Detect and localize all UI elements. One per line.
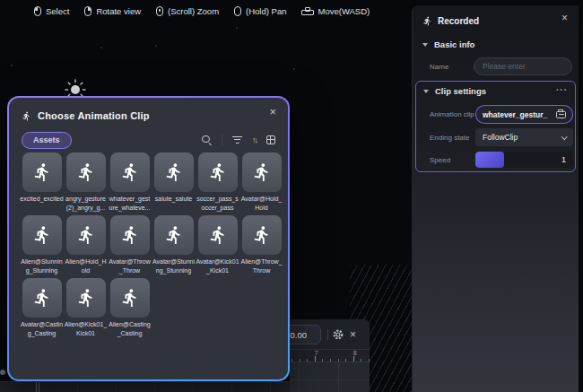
- animation-clip-item[interactable]: angry_gesture(2)_angry_g...: [64, 152, 108, 215]
- clip-thumbnail: [110, 215, 150, 255]
- clip-name: Alien@Throw_Throw: [239, 257, 283, 275]
- timeline-ruler[interactable]: 7 8: [290, 350, 370, 362]
- clip-name: Avatar@Kick01_Kick01: [196, 257, 239, 275]
- animation-clip-item[interactable]: Alien@Stunning_Stunning: [20, 215, 64, 278]
- animation-clip-item[interactable]: Alien@Casting_Casting: [108, 278, 152, 341]
- animation-clip-field[interactable]: [475, 105, 573, 124]
- name-input[interactable]: [474, 57, 572, 75]
- clip-thumbnail: [22, 278, 62, 318]
- mouse-plain-icon: [234, 6, 241, 16]
- ruler-tick: [330, 359, 331, 362]
- animation-clip-item[interactable]: Alien@Hold_Hold: [64, 215, 108, 278]
- mouse-left-icon: [34, 6, 41, 16]
- ending-state-label: Ending state: [430, 134, 469, 142]
- animation-clip-item[interactable]: Avatar@Casting_Casting: [20, 278, 64, 341]
- ruler-tick: [338, 359, 339, 362]
- viewport-tool[interactable]: (Hold) Pan: [234, 6, 286, 16]
- timeline-panel: × 7 8: [290, 319, 370, 392]
- viewport-tool-label: Rotate view: [96, 6, 141, 16]
- clip-settings-section-header[interactable]: Clip settings: [423, 86, 486, 96]
- grid-view-icon[interactable]: [266, 135, 275, 144]
- timeline-close-icon[interactable]: ×: [350, 327, 356, 342]
- divider: [222, 135, 222, 145]
- clip-thumbnail: [22, 215, 62, 255]
- clip-name: salute_salute: [152, 195, 196, 204]
- ending-state-value: FollowClip: [483, 133, 518, 142]
- viewport-speck: [155, 45, 157, 47]
- light-gizmo-icon[interactable]: [64, 78, 87, 98]
- animation-icon: [422, 16, 432, 26]
- timeline-toolbar: ×: [290, 319, 370, 350]
- clip-thumbnail: [242, 215, 282, 255]
- inspector-title: Recorded: [438, 16, 479, 26]
- basic-info-section-header[interactable]: Basic info: [422, 39, 474, 49]
- clip-thumbnail: [110, 278, 150, 318]
- mouse-scroll-icon: [156, 6, 163, 16]
- filter-icon[interactable]: [232, 136, 242, 144]
- speed-slider[interactable]: 1: [475, 152, 573, 168]
- more-options-icon[interactable]: ···: [556, 85, 568, 95]
- time-input[interactable]: [290, 325, 321, 344]
- timeline-strip[interactable]: [0, 381, 290, 392]
- inspector-close-icon[interactable]: ×: [561, 12, 568, 24]
- clip-name: Avatar@Throw_Throw: [108, 257, 152, 275]
- assets-tab[interactable]: Assets: [22, 132, 72, 149]
- speed-slider-fill[interactable]: [475, 152, 504, 168]
- clip-name: excited_excited: [20, 195, 64, 204]
- animation-clip-item[interactable]: Avatar@Throw_Throw: [108, 215, 152, 278]
- animation-clip-item[interactable]: whatever_gesture_whateve...: [108, 152, 152, 215]
- clip-name: Alien@Casting_Casting: [108, 320, 152, 338]
- browse-folder-icon[interactable]: [556, 111, 566, 118]
- viewport-speck: [236, 27, 238, 29]
- dialog-close-icon[interactable]: ×: [269, 106, 276, 118]
- runner-icon: [164, 225, 184, 245]
- viewport-tool[interactable]: Rotate view: [84, 6, 141, 16]
- animation-clip-input[interactable]: [483, 110, 556, 119]
- animation-clip-item[interactable]: Avatar@Hold_Hold: [239, 152, 283, 215]
- clip-thumbnail: [66, 215, 106, 255]
- dialog-title: Choose Animation Clip: [38, 110, 150, 121]
- speed-value: 1: [561, 155, 573, 164]
- viewport-tool[interactable]: Move(WASD): [301, 6, 370, 16]
- ruler-tick: [307, 359, 308, 362]
- clip-thumbnail: [154, 152, 194, 192]
- clip-thumbnail: [154, 215, 194, 255]
- runner-icon: [252, 225, 272, 245]
- runner-icon: [120, 162, 140, 182]
- timeline-tracks[interactable]: [290, 362, 370, 392]
- search-icon[interactable]: [202, 135, 212, 145]
- chevron-down-icon[interactable]: [423, 90, 429, 93]
- animation-clip-item[interactable]: salute_salute: [152, 152, 196, 215]
- viewport-speck: [293, 68, 295, 70]
- animation-icon: [22, 111, 31, 121]
- clip-grid: excited_excited angry_gesture(2)_angry_g…: [20, 152, 285, 341]
- chevron-down-icon[interactable]: [422, 43, 428, 47]
- sort-icon[interactable]: [252, 135, 257, 144]
- animation-clip-item[interactable]: soccer_pass_soccer_pass: [196, 152, 239, 215]
- gear-icon[interactable]: [332, 328, 344, 341]
- runner-icon: [32, 288, 52, 308]
- chevron-down-icon: [561, 134, 568, 140]
- clip-thumbnail: [66, 152, 106, 192]
- clip-name: angry_gesture(2)_angry_g...: [64, 195, 108, 213]
- animation-clip-item[interactable]: Avatar@Stunning_Stunning: [152, 215, 196, 278]
- viewport-tool[interactable]: Select: [34, 6, 69, 16]
- animation-clip-item[interactable]: Avatar@Kick01_Kick01: [196, 215, 239, 278]
- animation-clip-item[interactable]: excited_excited: [20, 152, 64, 215]
- ruler-tick: [345, 359, 346, 362]
- clip-settings-section: Clip settings ··· Animation clip Ending …: [415, 81, 576, 172]
- runner-icon: [120, 225, 140, 245]
- animation-clip-item[interactable]: Alien@Throw_Throw: [239, 215, 283, 278]
- runner-icon: [120, 288, 140, 308]
- playhead[interactable]: [36, 382, 39, 392]
- ending-state-select[interactable]: FollowClip: [475, 128, 573, 146]
- animation-clip-item[interactable]: Alien@Kick01_Kick01: [64, 278, 108, 341]
- clip-name: Alien@Hold_Hold: [64, 257, 108, 275]
- dialog-toolbar: Assets: [9, 128, 288, 152]
- keyboard-icon: [301, 7, 313, 15]
- timeline-handle[interactable]: [0, 370, 5, 375]
- viewport-tool-label: (Hold) Pan: [246, 6, 286, 16]
- viewport-tool[interactable]: (Scroll) Zoom: [156, 6, 219, 16]
- section-title: Clip settings: [435, 86, 486, 96]
- editor-screen: Select Rotate view (Scroll) Zoom (Hold) …: [0, 0, 583, 392]
